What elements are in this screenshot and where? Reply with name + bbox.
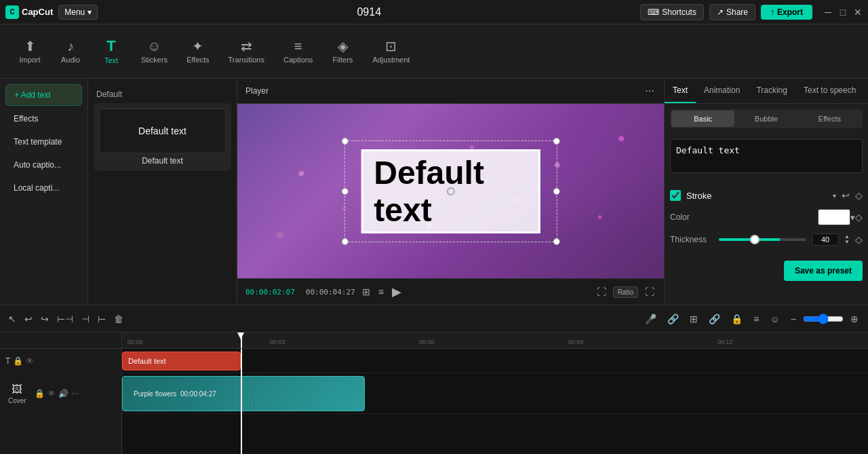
- effects-icon: ✦: [192, 39, 203, 53]
- text-input-area: [670, 139, 863, 175]
- trim-right-button[interactable]: ⊢: [95, 311, 108, 327]
- tool-filters[interactable]: ◈ Filters: [323, 34, 361, 69]
- time-current: 00:00:02:07: [245, 288, 295, 297]
- tool-text[interactable]: T Text: [92, 33, 130, 70]
- color-keyframe-button[interactable]: ◇: [855, 212, 863, 223]
- sidebar-text-template-button[interactable]: Text template: [5, 132, 82, 152]
- shortcuts-button[interactable]: ⌨ Shortcuts: [640, 4, 704, 20]
- tab-text[interactable]: Text: [665, 79, 696, 103]
- menu-button[interactable]: Menu ▾: [58, 5, 98, 20]
- video-track-visibility-button[interactable]: 👁: [47, 389, 56, 398]
- text-track-row: Default text: [122, 349, 868, 373]
- group-button[interactable]: ⊞: [686, 311, 702, 327]
- video-track-audio-button[interactable]: 🔊: [58, 389, 68, 398]
- link-audio-button[interactable]: 🔗: [663, 311, 683, 327]
- ruler-mark-1: 00:03: [270, 339, 285, 345]
- style-tab-effects[interactable]: Effects: [798, 111, 861, 127]
- thickness-input[interactable]: [812, 233, 839, 246]
- timeline-toolbar: ↖ ↩ ↪ ⊢⊣ ⊣ ⊢ 🗑 🎤 🔗 ⊞ 🔗 🔒 ≡ ☺ − ⊕: [0, 305, 868, 333]
- text-track-visibility-button[interactable]: 👁: [26, 356, 34, 366]
- minimize-button[interactable]: ─: [823, 7, 833, 17]
- crop-button[interactable]: ⛶: [595, 285, 608, 299]
- maximize-button[interactable]: □: [838, 7, 848, 17]
- timeline-right-tools: 🎤 🔗 ⊞ 🔗 🔒 ≡ ☺ − ⊕: [641, 311, 863, 327]
- sidebar-local-captions-button[interactable]: Local capti...: [5, 178, 82, 198]
- tab-animation[interactable]: Animation: [696, 79, 748, 103]
- tab-text-to-speech[interactable]: Text to speech: [795, 79, 864, 103]
- add-text-button[interactable]: + Add text: [5, 84, 82, 106]
- sidebar-effects-button[interactable]: Effects: [5, 109, 82, 129]
- handle-top-left[interactable]: [341, 138, 348, 145]
- save-preset-button[interactable]: Save as preset: [784, 261, 863, 281]
- top-right-actions: ⌨ Shortcuts ↗ Share ↑ Export ─ □ ✕: [640, 4, 863, 20]
- zoom-slider[interactable]: [803, 314, 844, 324]
- stroke-undo-button[interactable]: ↩: [842, 190, 850, 201]
- ruler-mark-2: 00:06: [419, 339, 435, 345]
- redo-button[interactable]: ↪: [38, 311, 52, 327]
- unlink-button[interactable]: 🔗: [705, 311, 724, 327]
- text-overlay-container[interactable]: Default text: [344, 140, 557, 242]
- delete-button[interactable]: 🗑: [111, 311, 126, 327]
- handle-top-right[interactable]: [553, 138, 560, 145]
- left-sidebar: + Add text Effects Text template Auto ca…: [0, 79, 88, 305]
- rotate-handle[interactable]: [447, 187, 455, 195]
- tab-tracking[interactable]: Tracking: [748, 79, 795, 103]
- style-tab-bubble[interactable]: Bubble: [734, 111, 797, 127]
- app-name: CapCut: [22, 7, 53, 17]
- color-dropdown-button[interactable]: ▾: [850, 212, 855, 223]
- player-area[interactable]: Default text: [237, 104, 664, 278]
- close-button[interactable]: ✕: [853, 7, 863, 17]
- ratio-button[interactable]: Ratio: [613, 286, 638, 298]
- tool-adjustment[interactable]: ⊡ Adjustment: [364, 34, 418, 69]
- grid-view-button[interactable]: ⊞: [361, 285, 372, 299]
- text-clip[interactable]: Default text: [122, 352, 241, 371]
- text-input[interactable]: [670, 139, 863, 173]
- sidebar-auto-captions-button[interactable]: Auto captio...: [5, 155, 82, 175]
- color-swatch[interactable]: [818, 209, 850, 225]
- stroke-keyframe-button[interactable]: ◇: [855, 190, 863, 201]
- stroke-checkbox[interactable]: [670, 190, 681, 201]
- logo-icon: C: [5, 5, 19, 19]
- thickness-down-button[interactable]: ▼: [844, 240, 850, 245]
- video-track-more-button[interactable]: ⋯: [71, 389, 79, 398]
- caption-track-button[interactable]: ≡: [749, 311, 763, 327]
- tool-import[interactable]: ⬆ Import: [11, 34, 49, 69]
- play-button[interactable]: ▶: [391, 283, 403, 301]
- zoom-out-button[interactable]: −: [787, 311, 800, 327]
- cover-text: Cover: [8, 397, 26, 404]
- split-button[interactable]: ⊢⊣: [54, 311, 76, 327]
- style-tab-basic[interactable]: Basic: [671, 111, 734, 127]
- list-view-button[interactable]: ≡: [377, 285, 385, 299]
- export-button[interactable]: ↑ Export: [761, 5, 812, 20]
- trim-left-button[interactable]: ⊣: [79, 311, 92, 327]
- color-label: Color: [670, 212, 818, 222]
- fullscreen-button[interactable]: ⛶: [644, 285, 656, 299]
- handle-bottom-left[interactable]: [341, 238, 348, 245]
- thickness-slider[interactable]: [719, 238, 806, 241]
- add-track-button[interactable]: ⊕: [846, 311, 863, 327]
- tool-stickers[interactable]: ☺ Stickers: [133, 34, 176, 69]
- undo-button[interactable]: ↩: [22, 311, 35, 327]
- player-menu-button[interactable]: ⋯: [644, 84, 656, 98]
- tool-audio[interactable]: ♪ Audio: [52, 34, 90, 69]
- handle-bottom-right[interactable]: [553, 238, 560, 245]
- handle-middle-right[interactable]: [553, 188, 560, 195]
- tool-captions[interactable]: ≡ Captions: [275, 34, 321, 69]
- thickness-keyframe-button[interactable]: ◇: [855, 234, 863, 245]
- ruler-spacer: [0, 333, 121, 349]
- tool-effects[interactable]: ✦ Effects: [178, 34, 217, 69]
- panel-section-title: Default: [94, 84, 231, 103]
- filters-icon: ◈: [338, 39, 348, 53]
- timeline-main-area: 00:00 00:03 00:06 00:09 00:12 D: [122, 333, 868, 454]
- emoji-button[interactable]: ☺: [766, 311, 784, 327]
- tool-transitions[interactable]: ⇄ Transitions: [220, 34, 273, 69]
- mic-button[interactable]: 🎤: [641, 311, 660, 327]
- select-tool-button[interactable]: ↖: [5, 311, 19, 327]
- timeline-ruler: 00:00 00:03 00:06 00:09 00:12: [122, 333, 868, 349]
- video-clip[interactable]: Purple flowers 00:00:04:27: [122, 376, 365, 411]
- right-tabs: Text Animation Tracking Text to speech: [665, 79, 868, 104]
- handle-middle-left[interactable]: [341, 188, 348, 195]
- lock-button[interactable]: 🔒: [727, 311, 747, 327]
- share-button[interactable]: ↗ Share: [709, 4, 755, 20]
- default-text-item[interactable]: Default text Default text: [94, 103, 231, 171]
